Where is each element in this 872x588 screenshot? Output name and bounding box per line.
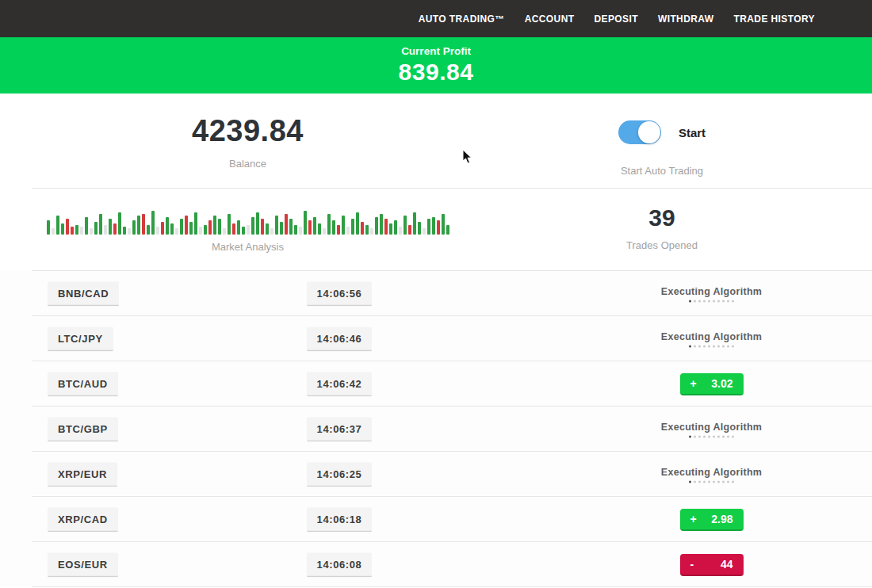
market-bar xyxy=(337,225,340,235)
market-bar xyxy=(318,223,321,235)
market-bar xyxy=(370,228,373,235)
market-bar xyxy=(437,220,440,235)
trade-status-cell: Executing Algorithm xyxy=(614,285,809,302)
current-profit-value: 839.84 xyxy=(399,59,474,86)
market-bar xyxy=(294,225,297,235)
nav-item[interactable]: DEPOSIT xyxy=(594,13,637,25)
auto-trading-toggle[interactable] xyxy=(618,120,661,144)
trade-pair-cell: XRP/EUR xyxy=(48,462,117,487)
market-bar xyxy=(61,223,64,235)
market-bar xyxy=(161,222,164,235)
nav-item[interactable]: TRADE HISTORY xyxy=(733,13,815,25)
market-bar xyxy=(137,216,140,235)
market-bar xyxy=(90,228,93,235)
trade-status-cell: Executing Algorithm xyxy=(614,330,809,347)
market-bar xyxy=(266,223,269,235)
market-bar xyxy=(113,223,117,235)
market-bar xyxy=(147,225,150,235)
auto-trading-block: Start Start Auto Trading xyxy=(495,114,828,188)
market-bar xyxy=(270,228,273,235)
trade-pair-badge: XRP/CAD xyxy=(48,507,118,532)
trade-time-cell: 14:06:08 xyxy=(300,552,379,577)
trade-pair-cell: XRP/CAD xyxy=(48,507,118,532)
market-bar xyxy=(156,227,159,235)
market-bar xyxy=(128,228,131,235)
market-bar xyxy=(356,212,359,235)
balance-value: 4239.84 xyxy=(192,114,304,148)
current-profit-banner: Current Profit 839.84 xyxy=(0,37,872,94)
trade-time-badge: 14:06:56 xyxy=(307,281,373,306)
market-bar xyxy=(251,217,254,235)
market-bar xyxy=(194,212,197,235)
market-bar xyxy=(75,225,78,235)
trade-pair-badge: XRP/EUR xyxy=(48,462,117,487)
market-bar xyxy=(109,219,112,235)
trades-opened-value: 39 xyxy=(648,204,675,231)
trade-row: XRP/CAD 14:06:18 +2.98 xyxy=(0,497,872,542)
trade-time-cell: 14:06:25 xyxy=(300,462,379,487)
market-bar xyxy=(346,227,350,235)
market-bar xyxy=(204,225,207,235)
nav-item[interactable]: ACCOUNT xyxy=(525,13,575,25)
market-bar xyxy=(118,212,121,235)
market-bar xyxy=(351,219,354,235)
market-bar xyxy=(285,214,288,235)
market-bar xyxy=(142,214,145,235)
market-bar xyxy=(289,219,293,235)
market-bar xyxy=(261,219,264,235)
toggle-start-label: Start xyxy=(679,126,706,139)
trade-time-badge: 14:06:08 xyxy=(307,552,373,577)
trade-row: BTC/GBP 14:06:37 Executing Algorithm xyxy=(0,407,872,452)
trade-status-cell: Executing Algorithm xyxy=(614,421,809,437)
market-bar xyxy=(389,223,392,235)
market-bar xyxy=(256,212,259,235)
market-bar xyxy=(280,222,283,235)
market-bar xyxy=(223,228,226,235)
market-bar xyxy=(170,223,174,235)
progress-dots xyxy=(614,480,809,483)
market-bar xyxy=(375,217,378,235)
market-bar xyxy=(94,222,98,235)
toggle-knob-icon xyxy=(638,121,660,143)
trade-time-cell: 14:06:46 xyxy=(300,326,379,351)
nav-item[interactable]: WITHDRAW xyxy=(658,13,714,25)
trade-time-badge: 14:06:25 xyxy=(307,462,373,487)
market-bar xyxy=(166,217,169,235)
trade-status-cell: Executing Algorithm xyxy=(614,466,809,483)
trade-time-cell: 14:06:18 xyxy=(300,507,379,532)
market-bar xyxy=(299,227,302,235)
trade-status-cell: +2.98 xyxy=(614,509,809,531)
profit-badge: +3.02 xyxy=(680,373,744,395)
executing-algorithm-label: Executing Algorithm xyxy=(614,330,809,342)
market-bar xyxy=(232,223,235,235)
trade-pair-cell: LTC/JPY xyxy=(48,326,113,351)
trade-pair-cell: EOS/EUR xyxy=(48,552,118,577)
market-bar xyxy=(380,214,383,235)
trade-time-cell: 14:06:42 xyxy=(300,372,379,396)
market-bar xyxy=(199,227,202,235)
market-bar xyxy=(361,222,364,235)
trade-time-cell: 14:06:56 xyxy=(300,281,379,306)
current-profit-label: Current Profit xyxy=(401,45,471,57)
market-bar xyxy=(423,228,426,235)
trade-pair-cell: BTC/AUD xyxy=(48,372,118,396)
trade-time-badge: 14:06:46 xyxy=(307,326,373,351)
trade-row: XRP/EUR 14:06:25 Executing Algorithm xyxy=(0,452,872,497)
loss-badge: -44 xyxy=(680,554,744,576)
market-bar xyxy=(442,214,445,235)
trade-pair-badge: BTC/AUD xyxy=(48,372,118,396)
trade-pair-badge: LTC/JPY xyxy=(48,326,113,351)
market-bar xyxy=(80,227,83,235)
stats-row-market: Market Analysis 39 Trades Opened xyxy=(0,189,872,270)
trade-time-badge: 14:06:42 xyxy=(307,372,373,396)
profit-badge: +2.98 xyxy=(680,509,744,531)
trade-status-cell: +3.02 xyxy=(614,373,809,395)
market-bar xyxy=(408,225,411,235)
executing-algorithm-label: Executing Algorithm xyxy=(614,466,809,477)
nav-item[interactable]: AUTO TRADING™ xyxy=(419,13,505,25)
market-bar xyxy=(323,228,326,235)
market-bar xyxy=(418,222,421,235)
trade-pair-cell: BNB/CAD xyxy=(48,281,119,306)
market-bar xyxy=(427,219,430,235)
market-bar xyxy=(384,219,388,235)
